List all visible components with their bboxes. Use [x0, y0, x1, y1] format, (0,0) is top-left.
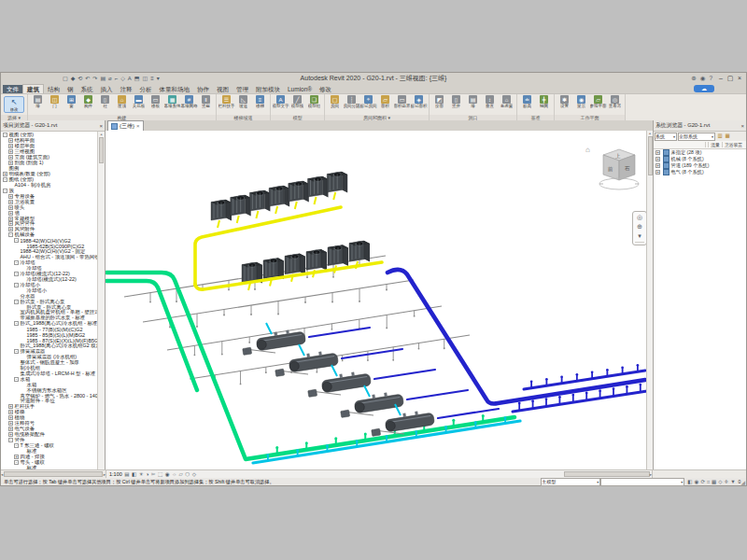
ribbon-tab[interactable]: 视图 [213, 85, 233, 93]
tree-expander-icon[interactable]: - [14, 321, 19, 326]
ribbon-button[interactable]: ◉ 显示 [573, 95, 589, 108]
tree-expander-icon[interactable]: - [3, 177, 7, 182]
qat-icon[interactable]: ▤ [100, 76, 106, 81]
ribbon-button[interactable]: ⌂ 屋顶 [114, 95, 130, 108]
ribbon-button[interactable]: ≡ 楼梯 [252, 95, 268, 108]
ribbon-tab[interactable]: 修改 [316, 85, 335, 93]
view-control-icon[interactable]: ⬚ [158, 471, 162, 477]
system-browser-row[interactable]: + 电气 (8 个系统) [654, 169, 746, 175]
system-browser-tool-icon[interactable]: ▦ [724, 133, 731, 140]
qat-icon[interactable]: ⬒ [134, 76, 140, 81]
tree-expander-icon[interactable]: + [8, 421, 13, 426]
ribbon-button[interactable]: ▦ 幕墙系统 [164, 95, 180, 108]
view-control-icon[interactable]: ▱ [179, 471, 183, 477]
tree-expander-icon[interactable]: + [8, 194, 13, 199]
qat-icon[interactable]: ↷ [92, 76, 97, 81]
view-control-icon[interactable]: ✂ [151, 471, 156, 477]
ribbon-button[interactable]: ⌖ 标记房间 [360, 95, 376, 108]
qat-icon[interactable]: ⌀ [108, 76, 112, 81]
view-control-icon[interactable]: ▤ [124, 471, 129, 477]
tree-expander-icon[interactable]: + [655, 150, 660, 155]
tree-expander-icon[interactable] [21, 288, 25, 293]
status-icon[interactable]: ⌗ [707, 479, 710, 485]
tree-expander-icon[interactable]: + [8, 155, 13, 160]
ribbon-button[interactable]: # 幕墙网格 [181, 95, 197, 108]
view-control-icon[interactable]: ☀ [139, 471, 144, 477]
qat-icon[interactable]: ↶ [85, 76, 90, 81]
ribbon-tab[interactable]: Lumion® [284, 85, 316, 93]
ribbon-button[interactable]: ▢ 房间 [327, 95, 343, 108]
tree-expander-icon[interactable]: + [655, 170, 660, 175]
tree-expander-icon[interactable] [3, 166, 7, 171]
ribbon-button[interactable]: ↕ 垂直 [482, 95, 498, 108]
qat-icon[interactable]: ⌐ [115, 76, 119, 81]
navigation-bar-icon[interactable]: ▾ [638, 232, 641, 240]
tree-expander-icon[interactable]: + [8, 427, 13, 431]
view-tab-3d[interactable]: {三维} × [107, 120, 144, 131]
tree-expander-icon[interactable] [21, 383, 25, 387]
ribbon-button[interactable]: ▤ 墙 [465, 95, 481, 108]
ribbon-button[interactable]: ╱ 模型线 [289, 95, 305, 108]
ribbon-tab[interactable]: 结构 [44, 85, 63, 93]
system-browser-row[interactable]: + 未指定 (28 项) [654, 149, 746, 156]
tree-expander-icon[interactable] [14, 294, 19, 299]
tree-item[interactable]: 卧式_1988(离心式)冷水机组G2 双蒸发器 [1, 343, 105, 349]
tree-expander-icon[interactable]: + [8, 211, 13, 216]
status-icon[interactable]: ✛ [725, 479, 729, 484]
view-control-icon[interactable]: ◇ [192, 471, 196, 477]
status-icon[interactable]: ▦ [712, 479, 716, 484]
view-tab-close-icon[interactable]: × [136, 123, 140, 129]
ribbon-button[interactable]: ◈ 标记面积 [411, 95, 427, 108]
tree-expander-icon[interactable]: + [655, 163, 660, 168]
tree-expander-icon[interactable] [14, 360, 19, 365]
qat-icon[interactable]: ≡ [150, 76, 154, 81]
tree-expander-icon[interactable]: + [8, 205, 13, 210]
tree-expander-icon[interactable] [14, 366, 19, 371]
tree-expander-icon[interactable]: - [14, 238, 19, 243]
tree-expander-icon[interactable]: - [3, 133, 7, 137]
qat-icon[interactable]: ◫ [143, 76, 148, 81]
ribbon-tab[interactable]: 管理 [233, 85, 252, 93]
tree-expander-icon[interactable]: + [8, 410, 13, 414]
system-browser-row[interactable]: + 管道 (189 个系统) [654, 162, 746, 169]
ribbon-tab[interactable]: 钢 [63, 85, 78, 93]
tree-expander-icon[interactable]: - [14, 272, 19, 276]
scale-button[interactable]: 1:100 [109, 471, 122, 477]
window-control-button[interactable]: × [735, 75, 744, 82]
viewcube[interactable]: ⌂ 上 前 右 [584, 142, 641, 196]
tree-item[interactable]: 集成式冷却塔 - LRCM-H 型 - 标准 [1, 371, 105, 376]
tree-expander-icon[interactable]: - [14, 283, 19, 287]
system-browser-tool-icon[interactable]: ▥ [716, 133, 724, 140]
project-browser-hscrollbar[interactable]: ◂▸ [1, 470, 106, 478]
tree-expander-icon[interactable]: - [14, 300, 19, 304]
ribbon-button[interactable]: ◆ 构件 [80, 95, 96, 108]
window-control-button[interactable]: ▢ [726, 75, 735, 82]
view-control-icon[interactable]: ◉ [165, 471, 170, 477]
navigation-bar-icon[interactable]: ⊕ [637, 223, 642, 231]
ribbon-button[interactable]: ☰ 栏杆扶手 [218, 95, 234, 108]
design-option-combo[interactable]: 主模型▾ [541, 478, 600, 486]
ribbon-tab[interactable]: 系统 [78, 85, 97, 93]
ribbon-button[interactable]: ≐ 标高 [519, 95, 535, 108]
drawing-area[interactable]: ⌂ 上 前 右 ◎⊕▾ [106, 131, 653, 470]
tree-expander-icon[interactable] [14, 315, 19, 320]
tree-expander-icon[interactable]: + [8, 149, 13, 154]
tree-expander-icon[interactable]: + [8, 200, 13, 204]
tree-expander-icon[interactable]: + [8, 404, 13, 409]
tree-expander-icon[interactable]: - [8, 232, 13, 237]
status-icon[interactable]: ◇ [718, 479, 722, 484]
navigation-bar-icon[interactable]: ◎ [637, 214, 642, 221]
titlebar-icon[interactable]: ◉ [700, 75, 706, 82]
titlebar-icon[interactable]: ? [709, 75, 712, 82]
qat-icon[interactable]: ⟲ [78, 76, 82, 81]
tree-expander-icon[interactable]: + [8, 227, 13, 231]
tree-expander-icon[interactable]: + [8, 217, 13, 221]
ribbon-button[interactable]: ⌂ 老虎窗 [499, 95, 514, 108]
tree-expander-icon[interactable] [21, 244, 25, 248]
tree-expander-icon[interactable]: + [8, 138, 13, 143]
ribbon-button[interactable]: ▭ 楼板 [148, 95, 163, 108]
tree-expander-icon[interactable]: - [14, 443, 19, 448]
cloud-button[interactable]: ☁ [694, 85, 714, 92]
tree-expander-icon[interactable]: + [8, 221, 13, 226]
ribbon-tab[interactable]: 文件 [3, 85, 22, 93]
